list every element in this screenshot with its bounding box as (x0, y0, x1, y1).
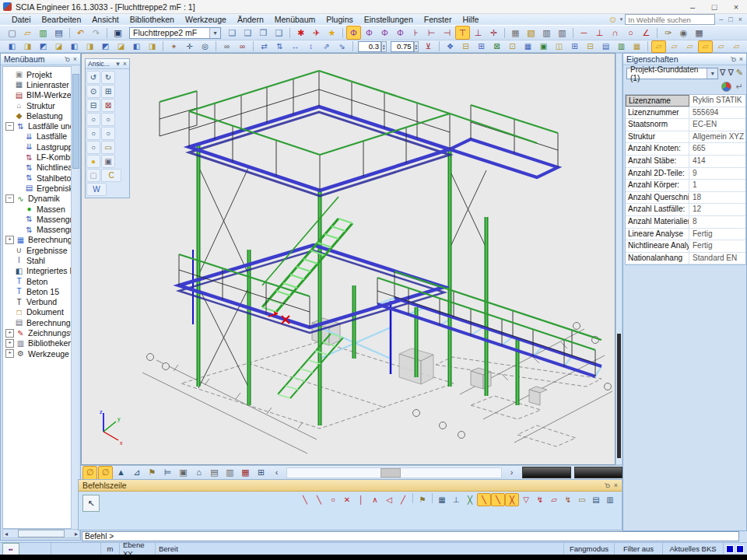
property-label[interactable]: Anzahl Querschnitte: (626, 192, 689, 204)
mdi-restore-button[interactable]: □ (727, 16, 734, 23)
command-input[interactable]: Befehl > (82, 531, 739, 541)
undo-icon[interactable]: ↶ (73, 26, 88, 40)
model-viewport[interactable]: z y x Ansic... ▾ × ↺↻⊙⊞⊟⊠○○○○○▭●▣▢CW (81, 53, 615, 465)
display-member-8-icon[interactable]: ◪ (114, 40, 128, 53)
property-label[interactable]: Anzahl Lastfälle: (626, 204, 689, 215)
snap-diag-icon[interactable]: ╱ (396, 493, 410, 506)
display-member-1-icon[interactable]: ◧ (5, 40, 19, 53)
member-tool-1-icon[interactable]: Φ (346, 26, 361, 40)
close-panel-icon[interactable]: × (739, 55, 743, 63)
node-tool-6-icon[interactable]: ✛ (486, 26, 501, 40)
property-value[interactable]: 12 (689, 204, 745, 215)
view-toggle-5-icon[interactable]: ⊡ (505, 40, 520, 53)
ucs-indicator-1[interactable] (726, 545, 734, 553)
menu-fenster[interactable]: Fenster (419, 15, 458, 24)
clipping-box-icon[interactable]: C (101, 169, 121, 182)
snap-perp-icon[interactable]: ⊻ (421, 40, 436, 53)
rotate-view-left-icon[interactable]: ↺ (86, 71, 100, 84)
snap-x-icon[interactable]: ✕ (340, 493, 354, 506)
tree-item-stahl[interactable]: IStahl (3, 255, 73, 265)
zoom-in-icon[interactable]: ○ (86, 113, 100, 126)
property-row-7[interactable]: Anzahl Körper:1 (626, 180, 745, 192)
tree-item-werkzeuge[interactable]: +⚙Werkzeuge (3, 348, 73, 359)
erase-view-icon[interactable]: ▭ (101, 141, 115, 154)
scroll-right-icon[interactable]: ▸ (75, 530, 78, 537)
dock-toggle-button[interactable]: ▪▪ (2, 543, 19, 555)
snap-table-icon[interactable]: ▤ (589, 493, 603, 506)
support-icon[interactable]: ⊥ (592, 26, 607, 40)
snap-grid-icon[interactable]: ▦ (435, 493, 449, 506)
zoom-out-icon[interactable]: ○ (101, 113, 115, 126)
close-panel-icon[interactable]: × (614, 481, 618, 489)
display-member-2-icon[interactable]: ◨ (20, 40, 35, 53)
status-unit[interactable]: m (101, 543, 120, 555)
property-row-6[interactable]: Anzahl 2D-Teile:9 (626, 168, 745, 180)
layer-folder-1-icon[interactable]: ▱ (651, 40, 666, 53)
tree-item-integriertes-design-forms[interactable]: ◧Integriertes Design Forms (3, 266, 73, 276)
open-folder-icon[interactable]: ▱ (20, 26, 35, 40)
select-circle-icon[interactable]: ◎ (198, 40, 212, 53)
select-target-icon[interactable]: ⌖ (167, 40, 181, 53)
tree-item-projekt[interactable]: ▣Projekt (3, 69, 73, 79)
clipboard-view-icon[interactable]: ▢ (86, 169, 100, 182)
tree-item-beton-15[interactable]: TBeton 15 (3, 286, 73, 296)
close-button[interactable]: × (725, 0, 747, 13)
stretch-v-icon[interactable]: ↕ (303, 40, 318, 53)
snap-line-2-icon[interactable]: ╲ (312, 493, 326, 506)
pie-chart-icon[interactable] (721, 82, 731, 92)
view-toggle-12-icon[interactable]: ▥ (614, 40, 629, 53)
layer-folder-2-icon[interactable]: ▱ (667, 40, 682, 53)
filter-edit-icon[interactable]: ∇ (728, 68, 733, 78)
edit-pencil-icon[interactable]: ✎ (736, 68, 743, 78)
select-cross-icon[interactable]: ✛ (182, 40, 197, 53)
render-mode-1-icon[interactable]: ∅ (82, 466, 97, 480)
menu-hilfe[interactable]: Hilfe (457, 15, 484, 24)
help-smiley-icon[interactable]: ☺ (608, 14, 618, 25)
tree-item-verbund[interactable]: TVerbund (3, 297, 73, 307)
flag-view-icon[interactable]: ⚑ (145, 466, 160, 480)
viewport-vertical-scrollbar[interactable] (615, 53, 622, 465)
tree-horizontal-scrollbar[interactable]: ◂ ▸ (2, 529, 80, 538)
property-label[interactable]: Lineare Analyse (626, 229, 689, 240)
property-type-combo[interactable]: Projekt-Grunddaten (1) ▾ (626, 68, 718, 79)
view-reset-icon[interactable]: ⊠ (101, 99, 115, 112)
doc-view-icon[interactable]: ▥ (223, 466, 237, 480)
display-member-9-icon[interactable]: ◧ (129, 40, 144, 53)
tree-item-berechnungsprotokoll[interactable]: ▤Berechnungsprotokoll (3, 317, 73, 327)
tree-item-massengruppen[interactable]: ⇅Massengruppen (3, 214, 73, 224)
bim-toolbox-icon[interactable]: ▥ (36, 26, 51, 40)
menu-bearbeiten[interactable]: Bearbeiten (37, 15, 87, 24)
property-value[interactable]: Allgemein XYZ (689, 131, 745, 143)
view-front-icon[interactable]: ⊞ (101, 85, 115, 98)
tree-item-beton[interactable]: TBeton (3, 276, 73, 286)
menu-werkzeuge[interactable]: Werkzeuge (180, 15, 232, 24)
scale-stepper-2[interactable]: ▴▾ (391, 41, 419, 52)
tree-item-belastung[interactable]: ◆Belastung (3, 110, 73, 121)
combo-dropdown-icon[interactable]: ▾ (209, 28, 220, 38)
menu-aendern[interactable]: Ändern (232, 15, 269, 24)
member-tool-3-icon[interactable]: Φ (377, 26, 392, 40)
property-label[interactable]: Nationalanhang (626, 253, 689, 264)
property-label[interactable]: Anzahl Stäbe: (626, 156, 689, 167)
snap-circle-icon[interactable]: ○ (326, 493, 340, 506)
snap-flash-icon[interactable]: ↯ (533, 493, 547, 506)
copy-format-3-icon[interactable]: ❐ (256, 26, 271, 40)
activity-icon[interactable]: ✱ (293, 26, 308, 40)
copy-format-4-icon[interactable]: ❑ (272, 26, 286, 40)
status-filter[interactable]: Filter aus (615, 543, 663, 555)
tree-item-lastfaelle-gruppe[interactable]: −⇅Lastfälle und LF-Kombinatic (3, 121, 73, 131)
property-row-4[interactable]: Anzahl Knoten:665 (626, 143, 745, 156)
link-2-icon[interactable]: ∞ (235, 40, 250, 53)
light-bulb-icon[interactable]: ● (86, 155, 100, 168)
move-h-icon[interactable]: ⇄ (257, 40, 272, 53)
view-toggle-4-icon[interactable]: ⊠ (489, 40, 504, 53)
view-toggle-1-icon[interactable]: ❖ (443, 40, 458, 53)
tree-item-ergebnisklassen[interactable]: ▤Ergebnisklassen (3, 183, 73, 193)
snap-int-icon[interactable]: ╳ (505, 493, 519, 506)
zoom-all-icon[interactable]: ○ (101, 127, 115, 140)
rotate-view-right-icon[interactable]: ↻ (101, 71, 115, 84)
send-back-icon[interactable]: ↵ (736, 82, 743, 92)
property-label[interactable]: Lizenznummer (626, 107, 689, 119)
property-label[interactable]: Anzahl Knoten: (626, 143, 689, 155)
hammer-check-icon[interactable]: ⊨ (160, 466, 175, 480)
